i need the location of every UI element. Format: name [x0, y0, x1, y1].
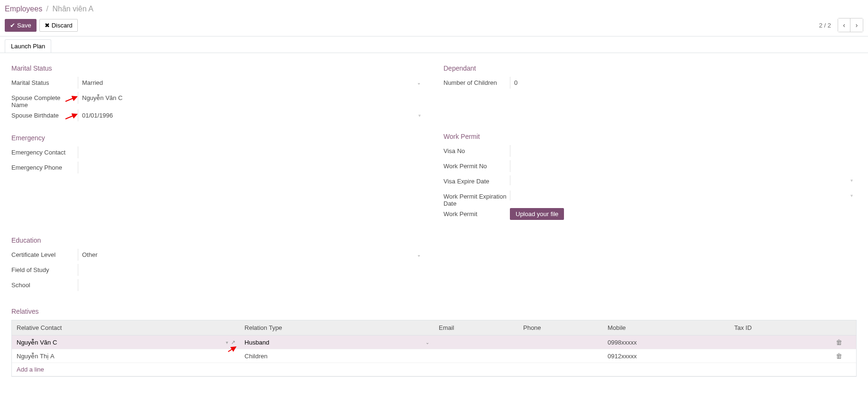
- select-marital-status[interactable]: Married ⌄: [78, 77, 425, 89]
- section-work-permit: Work Permit: [443, 133, 857, 140]
- breadcrumb-root[interactable]: Employees: [5, 5, 42, 13]
- check-icon: ✔: [10, 22, 15, 29]
- label-spouse-birthdate: Spouse Birthdate: [11, 109, 78, 119]
- cell-tax[interactable]: [729, 349, 831, 363]
- label-marital-status: Marital Status: [11, 77, 78, 86]
- section-marital: Marital Status: [11, 64, 425, 72]
- cert-level-value: Other: [82, 251, 98, 258]
- input-work-permit-no[interactable]: [510, 160, 857, 172]
- input-visa-expire[interactable]: ▾: [510, 175, 857, 185]
- chevron-right-icon: ›: [856, 21, 858, 29]
- label-work-permit: Work Permit: [443, 208, 510, 218]
- launch-plan-button[interactable]: Launch Plan: [5, 39, 51, 53]
- pager-text: 2 / 2: [819, 22, 833, 29]
- cell-email[interactable]: [434, 349, 518, 363]
- select-cert-level[interactable]: Other⌄: [78, 249, 425, 261]
- toolbar: ✔ Save ✖ Discard 2 / 2 ‹ ›: [0, 15, 868, 36]
- label-spouse-name: Spouse Complete Name: [11, 92, 78, 109]
- cell-phone[interactable]: [518, 336, 603, 349]
- input-spouse-name[interactable]: [78, 92, 425, 104]
- input-emergency-phone[interactable]: [78, 162, 425, 173]
- input-relative-contact[interactable]: [17, 339, 225, 346]
- section-emergency: Emergency: [11, 134, 425, 142]
- cell-contact[interactable]: Nguyễn Thị A: [12, 349, 240, 363]
- save-button[interactable]: ✔ Save: [5, 19, 37, 32]
- cell-mobile[interactable]: 0912xxxxx: [603, 349, 729, 363]
- breadcrumb: Employees / Nhân viên A: [0, 0, 868, 15]
- pager: ‹ ›: [838, 18, 863, 32]
- label-num-children: Number of Children: [443, 77, 510, 86]
- statusbar: Launch Plan: [0, 36, 868, 53]
- cell-mobile[interactable]: 0998xxxxx: [603, 336, 729, 349]
- section-education: Education: [11, 236, 425, 244]
- input-field-study[interactable]: [78, 264, 425, 276]
- cell-phone[interactable]: [518, 349, 603, 363]
- pager-next[interactable]: ›: [850, 18, 863, 32]
- table-row[interactable]: ▾↗⌄0998xxxxx🗑: [12, 336, 856, 349]
- col-phone: Phone: [518, 320, 603, 336]
- chevron-down-icon: ⌄: [417, 252, 421, 257]
- section-relatives: Relatives: [11, 308, 857, 315]
- relatives-table: Relative Contact Relation Type Email Pho…: [12, 320, 856, 376]
- discard-button[interactable]: ✖ Discard: [39, 19, 78, 32]
- marital-status-value: Married: [82, 79, 103, 86]
- input-visa-no[interactable]: [510, 145, 857, 157]
- upload-file-button[interactable]: Upload your file: [510, 208, 564, 220]
- label-work-permit-exp: Work Permit Expiration Date: [443, 191, 510, 207]
- breadcrumb-sep: /: [46, 5, 48, 13]
- label-visa-expire: Visa Expire Date: [443, 175, 510, 185]
- chevron-left-icon: ‹: [843, 21, 845, 29]
- label-visa-no: Visa No: [443, 145, 510, 155]
- col-mobile: Mobile: [603, 320, 729, 336]
- label-emergency-contact: Emergency Contact: [11, 146, 78, 156]
- chevron-down-icon: ▾: [850, 178, 853, 183]
- label-cert-level: Certificate Level: [11, 249, 78, 258]
- trash-icon[interactable]: 🗑: [836, 338, 842, 346]
- col-relation: Relation Type: [240, 320, 434, 336]
- discard-label: Discard: [52, 22, 73, 29]
- breadcrumb-current: Nhân viên A: [53, 5, 93, 13]
- trash-icon[interactable]: 🗑: [836, 352, 842, 360]
- input-num-children[interactable]: [510, 77, 857, 89]
- label-work-permit-no: Work Permit No: [443, 160, 510, 170]
- input-spouse-birthdate[interactable]: 01/01/1996 ▾: [78, 109, 425, 121]
- input-work-permit-exp[interactable]: ▾: [510, 191, 857, 200]
- label-school: School: [11, 279, 78, 289]
- cell-relation[interactable]: Children: [240, 349, 434, 363]
- save-label: Save: [17, 22, 31, 29]
- add-line[interactable]: Add a line: [17, 366, 44, 373]
- select-relation-type[interactable]: [245, 339, 425, 346]
- chevron-down-icon: ⌄: [417, 80, 421, 85]
- spouse-birthdate-value: 01/01/1996: [82, 112, 113, 119]
- input-emergency-contact[interactable]: [78, 146, 425, 158]
- label-emergency-phone: Emergency Phone: [11, 162, 78, 171]
- form-body: Marital Status Marital Status Married ⌄ …: [0, 53, 868, 388]
- label-field-study: Field of Study: [11, 264, 78, 273]
- col-tax: Tax ID: [729, 320, 831, 336]
- cell-email[interactable]: [434, 336, 518, 349]
- pager-prev[interactable]: ‹: [838, 18, 850, 32]
- cell-tax[interactable]: [729, 336, 831, 349]
- col-contact: Relative Contact: [12, 320, 240, 336]
- section-dependant: Dependant: [443, 64, 857, 72]
- close-icon: ✖: [45, 22, 50, 29]
- chevron-down-icon: ⌄: [425, 340, 429, 345]
- external-link-icon[interactable]: ↗: [231, 339, 235, 345]
- chevron-down-icon: ▾: [418, 113, 421, 118]
- chevron-down-icon: ▾: [226, 340, 228, 345]
- table-row[interactable]: Nguyễn Thị AChildren0912xxxxx🗑: [12, 349, 856, 363]
- chevron-down-icon: ▾: [850, 193, 853, 198]
- input-school[interactable]: [78, 279, 425, 291]
- col-email: Email: [434, 320, 518, 336]
